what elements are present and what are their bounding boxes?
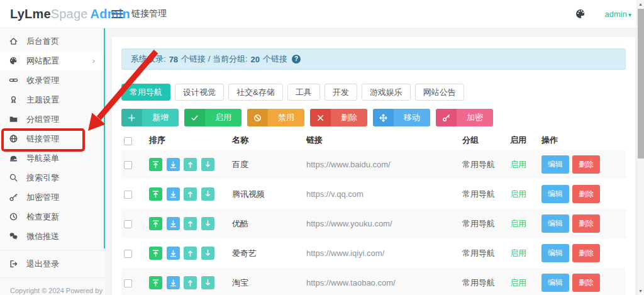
group-tab-3[interactable]: 工具 [287,84,320,101]
bulk-action-toolbar: 新增启用禁用删除移动加密 [121,109,626,126]
sort-up-button[interactable] [184,276,197,289]
group-tab-5[interactable]: 游戏娱乐 [362,84,411,101]
scroll-up-icon[interactable]: ▲ [637,0,644,8]
sidebar-item-logout[interactable]: 退出登录 [0,254,105,274]
sort-to-bottom-button[interactable] [167,187,180,201]
column-header-actions: 操作 [539,131,626,150]
sort-to-top-button[interactable] [149,276,162,289]
sort-to-bottom-button[interactable] [167,158,180,171]
sidebar-item-palette[interactable]: 网站配置 › [0,51,104,70]
user-menu[interactable]: admin▾ [605,9,631,19]
sidebar-item-label: 搜索引擎 [26,172,59,184]
sort-to-top-button[interactable] [149,187,162,201]
palette-icon [9,56,18,65]
sort-down-button[interactable] [201,276,214,289]
edit-button[interactable]: 编辑 [541,214,569,233]
total-link-count: 78 [169,55,178,64]
group-tabs: 常用导航设计视觉社交&存储工具开发游戏娱乐网站公告 [121,84,626,101]
sort-up-button[interactable] [184,158,197,171]
sidebar-item-label: 微信推送 [26,231,59,242]
column-header-sort: 排序 [147,131,230,150]
wechat-comments-icon [9,231,18,241]
group-tab-0[interactable]: 常用导航 [121,84,170,101]
sidebar-item-history[interactable]: 检查更新 [0,207,104,226]
sidebar-item-label: 网站配置 [26,55,59,67]
sort-down-button[interactable] [201,187,214,201]
sort-down-button[interactable] [201,247,214,260]
bulk-plus-button[interactable]: 新增 [121,109,179,126]
group-tab-1[interactable]: 设计视觉 [175,84,224,101]
bulk-x-button[interactable]: 删除 [310,109,367,126]
sort-down-button[interactable] [201,158,214,171]
sidebar-item-award[interactable]: 主题设置 [0,90,104,109]
arrow-up-icon [186,190,194,198]
group-tab-4[interactable]: 开发 [325,84,357,101]
row-checkbox[interactable] [124,220,132,228]
sidebar-item-label: 后台首页 [26,36,59,47]
page-title: 链接管理 [131,8,167,19]
sort-to-top-button[interactable] [149,158,162,171]
key-icon [9,192,18,202]
table-row: 淘宝 https://www.taobao.com/ 常用导航 启用 编辑删除 [121,268,626,295]
row-checkbox[interactable] [124,191,132,199]
group-tab-6[interactable]: 网站公告 [415,84,464,101]
sort-up-button[interactable] [184,217,197,230]
sidebar-item-home[interactable]: 后台首页 [0,31,104,51]
bulk-move-button[interactable]: 移动 [373,109,430,126]
scrollbar-thumb[interactable] [638,9,644,159]
arrow-to-bottom-icon [169,249,177,257]
edit-button[interactable]: 编辑 [541,244,569,262]
table-row: 爱奇艺 https://www.iqiyi.com/ 常用导航 启用 编辑删除 [121,238,626,268]
sidebar-item-search[interactable]: 搜索引擎 [0,168,104,187]
row-checkbox[interactable] [124,161,132,169]
menu-toggle-icon[interactable] [111,10,123,18]
delete-button[interactable]: 删除 [572,155,600,174]
theme-palette-icon[interactable] [575,8,586,19]
row-checkbox[interactable] [124,250,132,258]
link-url: https://www.youku.com/ [304,209,460,238]
edit-button[interactable]: 编辑 [541,155,569,174]
arrow-down-icon [204,249,212,257]
sidebar-item-key[interactable]: 加密管理 [0,187,104,207]
help-icon[interactable]: ? [292,55,301,64]
topbar: LyLmeSpageAdmin 链接管理 admin▾ [0,0,644,28]
check-icon [184,109,205,126]
sort-to-bottom-button[interactable] [167,276,180,289]
sidebar-item-comments[interactable]: 微信推送 [0,226,104,246]
select-all-checkbox[interactable] [124,137,132,145]
group-tab-2[interactable]: 社交&存储 [228,84,283,101]
sort-up-button[interactable] [184,187,197,201]
link-url: https://www.taobao.com/ [304,268,460,295]
bulk-lockkey-button[interactable]: 加密 [436,109,493,126]
vertical-scrollbar[interactable]: ▲ ▼ [636,0,644,295]
sort-up-button[interactable] [184,247,197,260]
sidebar-item-label: 检查更新 [26,211,59,223]
arrow-to-bottom-icon [169,160,177,169]
plus-icon [121,109,142,126]
arrow-to-bottom-icon [169,220,177,228]
folder-icon [9,114,18,124]
sort-to-top-button[interactable] [149,217,162,230]
delete-button[interactable]: 删除 [572,274,600,292]
bulk-ban-button[interactable]: 禁用 [247,109,304,126]
sort-to-top-button[interactable] [149,247,162,260]
sort-to-bottom-button[interactable] [167,217,180,230]
edit-button[interactable]: 编辑 [541,274,569,292]
sort-down-button[interactable] [201,217,214,230]
bulk-button-label: 启用 [205,109,242,126]
arrow-to-top-icon [152,279,160,287]
scroll-down-icon[interactable]: ▼ [637,287,644,295]
sidebar-item-label: 主题设置 [26,94,59,106]
sidebar-item-link[interactable]: 收录管理 [0,70,104,90]
bulk-check-button[interactable]: 启用 [184,109,242,126]
row-checkbox[interactable] [124,279,132,287]
delete-button[interactable]: 删除 [572,244,600,262]
sidebar-item-helmet[interactable]: 导航菜单 [0,148,104,168]
delete-button[interactable]: 删除 [572,185,600,203]
arrow-to-bottom-icon [169,279,177,287]
sort-to-bottom-button[interactable] [167,247,180,260]
sidebar-item-globe[interactable]: 链接管理 [0,129,104,148]
edit-button[interactable]: 编辑 [541,185,569,203]
delete-button[interactable]: 删除 [572,214,600,233]
sidebar-item-folder[interactable]: 分组管理 [0,109,104,129]
